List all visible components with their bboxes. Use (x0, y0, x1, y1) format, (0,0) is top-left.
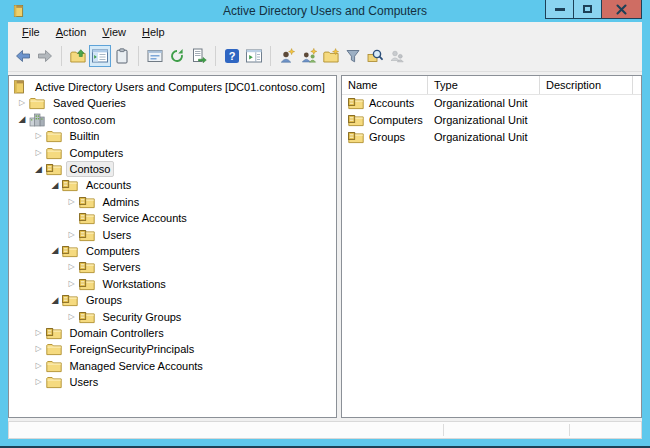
tree-item-domain-controllers[interactable]: ▷Domain Controllers (9, 325, 336, 341)
tree-item-users[interactable]: ▷Users (9, 374, 336, 390)
expand-arrow-icon[interactable]: ▷ (32, 329, 46, 337)
tree-item-managed-service-accounts[interactable]: ▷Managed Service Accounts (9, 358, 336, 374)
folder-ou-icon (79, 277, 95, 291)
tree-item-label: Computers (82, 243, 144, 259)
new-ou-icon (323, 48, 339, 64)
tree-item-servers[interactable]: ▷Servers (9, 259, 336, 275)
tree-item-users[interactable]: ▷Users (9, 226, 336, 242)
tree-item-contoso-com[interactable]: ◢contoso.com (9, 112, 336, 128)
tree: Active Directory Users and Computers [DC… (9, 79, 336, 390)
tree-item-saved-queries[interactable]: ▷Saved Queries (9, 95, 336, 111)
list-item-accounts[interactable]: AccountsOrganizational Unit (342, 95, 641, 112)
folder-ou-icon (79, 310, 95, 324)
export-list-icon (191, 48, 207, 64)
tree-item-label: Builtin (66, 128, 104, 144)
new-group-button[interactable] (298, 45, 320, 67)
tree-item-contoso[interactable]: ◢Contoso (9, 161, 336, 177)
menu-help[interactable]: Help (134, 23, 173, 41)
expand-arrow-icon[interactable]: ▷ (65, 231, 79, 239)
properties-button[interactable] (144, 45, 166, 67)
find-button[interactable] (364, 45, 386, 67)
collapse-arrow-icon[interactable]: ◢ (48, 181, 62, 190)
forward-arrow-button[interactable] (34, 45, 56, 67)
expand-arrow-icon[interactable]: ▷ (65, 198, 79, 206)
clipboard-button[interactable] (111, 45, 133, 67)
clipboard-icon (114, 48, 130, 64)
new-user-button[interactable] (276, 45, 298, 67)
find-icon (367, 48, 383, 64)
forward-arrow-icon (37, 48, 53, 64)
toolbar-separator (215, 46, 216, 66)
close-icon (616, 4, 627, 15)
up-one-level-button[interactable] (67, 45, 89, 67)
column-header-name[interactable]: Name (342, 76, 428, 94)
tree-item-builtin[interactable]: ▷Builtin (9, 128, 336, 144)
expand-arrow-icon[interactable]: ▷ (32, 362, 46, 370)
menu-bar: FileActionViewHelp (8, 22, 642, 42)
close-button[interactable] (601, 0, 642, 19)
folder-ou-icon (79, 260, 95, 274)
add-members-button[interactable] (386, 45, 408, 67)
show-console-tree-button[interactable] (89, 45, 111, 67)
expand-arrow-icon[interactable]: ▷ (65, 280, 79, 288)
properties-icon (147, 48, 163, 64)
tree-item-groups[interactable]: ◢Groups (9, 292, 336, 308)
collapse-arrow-icon[interactable]: ◢ (32, 165, 46, 174)
show-console-tree-icon (92, 48, 108, 64)
maximize-button[interactable] (573, 0, 602, 19)
column-header-description[interactable]: Description (540, 76, 633, 94)
collapse-arrow-icon[interactable]: ◢ (48, 246, 62, 255)
expand-arrow-icon[interactable]: ▷ (15, 99, 29, 107)
folder-ou-icon (348, 130, 364, 144)
tree-item-label: Users (99, 227, 136, 243)
help-icon: ? (224, 48, 240, 64)
menu-view[interactable]: View (94, 23, 134, 41)
type-cell: Organizational Unit (428, 97, 540, 109)
tree-item-security-groups[interactable]: ▷Security Groups (9, 308, 336, 324)
toolbar-separator (61, 46, 62, 66)
name-cell: Computers (342, 113, 428, 127)
filter-button[interactable] (342, 45, 364, 67)
tree-item-admins[interactable]: ▷Admins (9, 194, 336, 210)
tree-item-foreignsecurityprincipals[interactable]: ▷ForeignSecurityPrincipals (9, 341, 336, 357)
expand-arrow-icon[interactable]: ▷ (65, 263, 79, 271)
export-list-button[interactable] (188, 45, 210, 67)
collapse-arrow-icon[interactable]: ◢ (48, 296, 62, 305)
list-item-computers[interactable]: ComputersOrganizational Unit (342, 112, 641, 129)
item-name: Groups (369, 131, 405, 143)
tree-item-workstations[interactable]: ▷Workstations (9, 276, 336, 292)
folder-icon (46, 342, 62, 356)
refresh-button[interactable] (166, 45, 188, 67)
tree-item-label: Saved Queries (49, 95, 130, 111)
tree-item-service-accounts[interactable]: Service Accounts (9, 210, 336, 226)
expand-arrow-icon[interactable]: ▷ (32, 345, 46, 353)
tree-item-computers[interactable]: ◢Computers (9, 243, 336, 259)
item-name: Accounts (369, 97, 414, 109)
collapse-arrow-icon[interactable]: ◢ (15, 115, 29, 124)
expand-arrow-icon[interactable]: ▷ (65, 313, 79, 321)
back-arrow-button[interactable] (12, 45, 34, 67)
tree-item-label: contoso.com (49, 112, 119, 128)
expand-arrow-icon[interactable]: ▷ (32, 132, 46, 140)
status-bar (8, 421, 642, 439)
tree-item-accounts[interactable]: ◢Accounts (9, 177, 336, 193)
column-header-type[interactable]: Type (428, 76, 540, 94)
name-cell: Accounts (342, 96, 428, 110)
menu-file[interactable]: File (14, 23, 48, 41)
tree-item-label: Accounts (82, 177, 135, 193)
tree-item-computers[interactable]: ▷Computers (9, 144, 336, 160)
new-ou-button[interactable] (320, 45, 342, 67)
console-tree-pane: Active Directory Users and Computers [DC… (8, 75, 337, 418)
help-button[interactable]: ? (221, 45, 243, 67)
expand-arrow-icon[interactable]: ▷ (32, 378, 46, 386)
folder-icon (46, 359, 62, 373)
folder-icon (29, 96, 45, 110)
list-item-groups[interactable]: GroupsOrganizational Unit (342, 129, 641, 146)
menu-action[interactable]: Action (48, 23, 95, 41)
expand-arrow-icon[interactable]: ▷ (32, 149, 46, 157)
toolbar: ? (8, 42, 642, 72)
tree-item-active-directory-users-and-computers-dc01-contoso-com[interactable]: Active Directory Users and Computers [DC… (9, 79, 336, 95)
action-pane-button[interactable] (243, 45, 265, 67)
console-icon (11, 80, 27, 94)
minimize-button[interactable] (545, 0, 574, 19)
